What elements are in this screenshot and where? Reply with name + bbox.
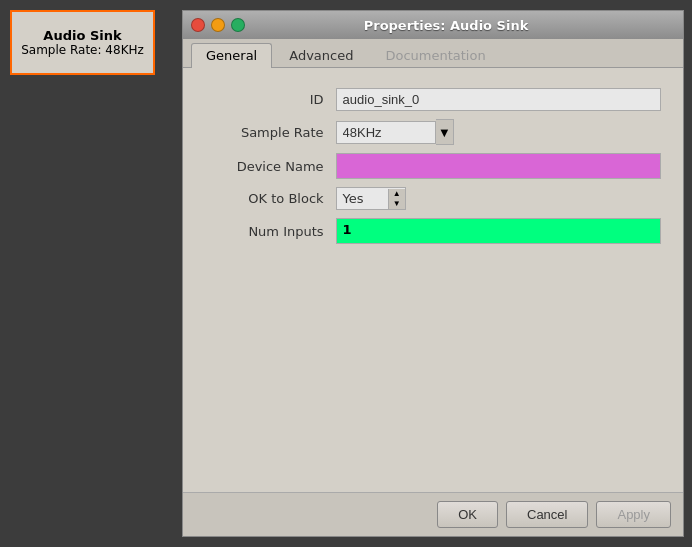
block-widget: Audio Sink Sample Rate: 48KHz [10, 10, 155, 75]
dialog-title: Properties: Audio Sink [251, 18, 641, 33]
close-button[interactable] [191, 18, 205, 32]
sample-rate-dropdown-wrap: 48KHz ▼ [336, 119, 661, 145]
sample-rate-label: Sample Rate [199, 115, 330, 149]
tab-advanced[interactable]: Advanced [274, 43, 368, 67]
apply-button[interactable]: Apply [596, 501, 671, 528]
num-inputs-input[interactable]: 1 [336, 218, 661, 244]
ok-button[interactable]: OK [437, 501, 498, 528]
dialog-window: Properties: Audio Sink General Advanced … [182, 10, 684, 537]
dialog-content: ID Sample Rate 48KHz ▼ Device Name [183, 68, 683, 492]
device-name-input[interactable] [336, 153, 661, 179]
ok-to-block-label: OK to Block [199, 183, 330, 214]
cancel-button[interactable]: Cancel [506, 501, 588, 528]
spinbox-down-button[interactable]: ▼ [389, 199, 405, 209]
id-input[interactable] [336, 88, 661, 111]
ok-to-block-row: OK to Block Yes ▲ ▼ [199, 183, 667, 214]
device-name-row: Device Name [199, 149, 667, 183]
num-inputs-label: Num Inputs [199, 214, 330, 248]
sample-rate-select[interactable]: 48KHz [336, 121, 436, 144]
block-widget-title: Audio Sink [43, 28, 121, 43]
spinbox-up-button[interactable]: ▲ [389, 189, 405, 199]
button-bar: OK Cancel Apply [183, 492, 683, 536]
ok-to-block-spinbox: Yes ▲ ▼ [336, 187, 406, 210]
tab-bar: General Advanced Documentation [183, 39, 683, 68]
minimize-button[interactable] [211, 18, 225, 32]
ok-to-block-value: Yes [337, 188, 388, 209]
maximize-button[interactable] [231, 18, 245, 32]
titlebar: Properties: Audio Sink [183, 11, 683, 39]
tab-general[interactable]: General [191, 43, 272, 68]
block-widget-subtitle: Sample Rate: 48KHz [21, 43, 144, 57]
spinbox-arrows: ▲ ▼ [388, 189, 405, 209]
id-row: ID [199, 84, 667, 115]
sample-rate-arrow[interactable]: ▼ [436, 119, 455, 145]
num-inputs-row: Num Inputs 1 [199, 214, 667, 248]
device-name-label: Device Name [199, 149, 330, 183]
tab-documentation: Documentation [370, 43, 500, 67]
id-label: ID [199, 84, 330, 115]
sample-rate-row: Sample Rate 48KHz ▼ [199, 115, 667, 149]
properties-form: ID Sample Rate 48KHz ▼ Device Name [199, 84, 667, 248]
